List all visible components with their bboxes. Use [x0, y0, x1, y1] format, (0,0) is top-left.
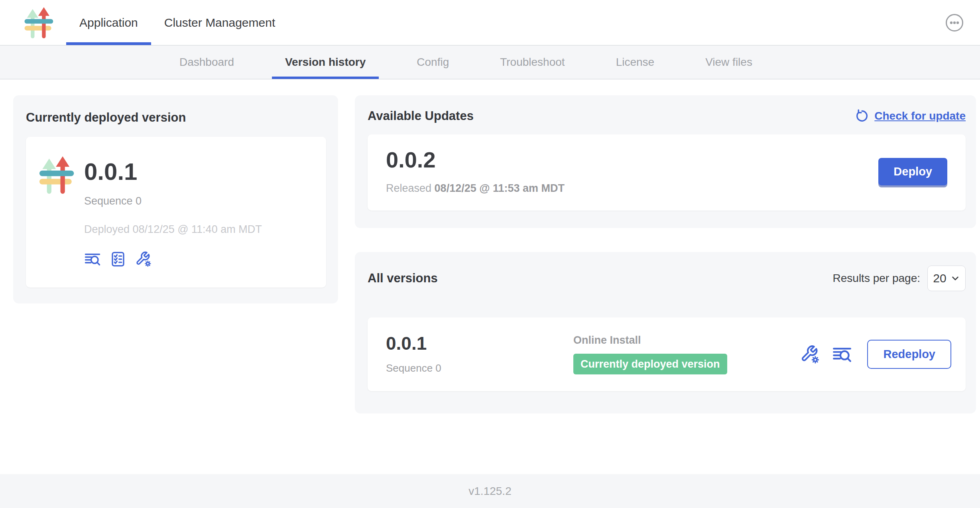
results-per-page: Results per page: 20	[833, 266, 966, 291]
tab-config[interactable]: Config	[403, 45, 462, 79]
right-column: Available Updates Check for update 0.0.2…	[355, 95, 976, 413]
results-per-page-select[interactable]: 20	[927, 266, 966, 291]
all-versions-panel: All versions Results per page: 20 0.0	[355, 252, 976, 413]
nav-tab-cluster-management[interactable]: Cluster Management	[151, 0, 288, 45]
page-footer: v1.125.2	[0, 474, 980, 508]
tab-label: Version history	[285, 56, 366, 69]
top-nav: Application Cluster Management	[0, 0, 980, 45]
nav-tab-application[interactable]: Application	[66, 0, 151, 45]
check-for-update-link[interactable]: Check for update	[855, 109, 966, 123]
tab-label: License	[616, 56, 655, 69]
nav-tab-label: Cluster Management	[164, 16, 275, 30]
panel-title: All versions	[368, 271, 438, 286]
logs-icon[interactable]	[84, 251, 101, 268]
app-version-icon	[39, 155, 76, 195]
nav-tab-label: Application	[79, 16, 138, 30]
deploy-button[interactable]: Deploy	[878, 158, 947, 185]
panel-title: Available Updates	[368, 109, 474, 123]
refresh-icon	[855, 109, 869, 123]
version-row-status: Online Install Currently deployed versio…	[573, 334, 727, 374]
panel-title: Currently deployed version	[26, 110, 326, 125]
tab-label: Dashboard	[179, 56, 234, 69]
results-per-page-label: Results per page:	[833, 272, 920, 285]
app-subnav: Dashboard Version history Config Trouble…	[0, 45, 980, 79]
row-version-number: 0.0.1	[386, 334, 573, 352]
tab-license[interactable]: License	[603, 45, 668, 79]
update-info: 0.0.2 Released 08/12/25 @ 11:53 am MDT	[386, 149, 565, 195]
check-for-update-label: Check for update	[874, 110, 966, 122]
update-card: 0.0.2 Released 08/12/25 @ 11:53 am MDT D…	[368, 134, 966, 211]
chevron-down-icon	[950, 274, 960, 283]
row-sequence: Sequence 0	[386, 362, 573, 374]
current-version-card: 0.0.1 Sequence 0 Deployed 08/12/25 @ 11:…	[26, 137, 326, 287]
released-date: 08/12/25 @ 11:53 am MDT	[435, 182, 565, 194]
current-version-deployed-date: Deployed 08/12/25 @ 11:40 am MDT	[84, 223, 262, 236]
available-updates-header: Available Updates Check for update	[368, 109, 966, 123]
available-updates-panel: Available Updates Check for update 0.0.2…	[355, 95, 976, 228]
current-version-actions	[84, 251, 262, 268]
current-version-info: 0.0.1 Sequence 0 Deployed 08/12/25 @ 11:…	[84, 155, 262, 268]
version-row-actions: Redeploy	[800, 340, 951, 369]
update-released-date: Released 08/12/25 @ 11:53 am MDT	[386, 182, 565, 195]
current-version-sequence: Sequence 0	[84, 195, 262, 207]
config-icon[interactable]	[135, 251, 152, 268]
app-page: Application Cluster Management Dashboard…	[0, 0, 980, 508]
app-logo-icon	[24, 6, 55, 39]
preflight-checks-icon[interactable]	[110, 251, 126, 268]
redeploy-button[interactable]: Redeploy	[867, 340, 951, 369]
status-badge: Currently deployed version	[573, 354, 727, 374]
tab-label: Config	[417, 56, 449, 69]
results-per-page-value: 20	[933, 272, 946, 285]
update-version-number: 0.0.2	[386, 149, 565, 171]
tab-view-files[interactable]: View files	[692, 45, 766, 79]
tab-label: View files	[705, 56, 752, 69]
tab-version-history[interactable]: Version history	[272, 45, 379, 79]
version-row-info: 0.0.1 Sequence 0	[386, 334, 573, 374]
tab-troubleshoot[interactable]: Troubleshoot	[487, 45, 578, 79]
ellipsis-menu-icon[interactable]	[945, 13, 964, 32]
config-icon[interactable]	[800, 345, 820, 364]
main-content: Currently deployed version 0.0.1 Sequenc…	[0, 79, 980, 474]
tab-dashboard[interactable]: Dashboard	[166, 45, 247, 79]
install-type-label: Online Install	[573, 334, 641, 347]
console-version: v1.125.2	[468, 485, 511, 498]
all-versions-header: All versions Results per page: 20	[368, 266, 966, 291]
currently-deployed-panel: Currently deployed version 0.0.1 Sequenc…	[13, 95, 338, 303]
current-version-number: 0.0.1	[84, 160, 262, 184]
version-row: 0.0.1 Sequence 0 Online Install Currentl…	[368, 317, 966, 391]
released-prefix: Released	[386, 182, 435, 194]
tab-label: Troubleshoot	[500, 56, 565, 69]
logs-icon[interactable]	[832, 345, 852, 364]
